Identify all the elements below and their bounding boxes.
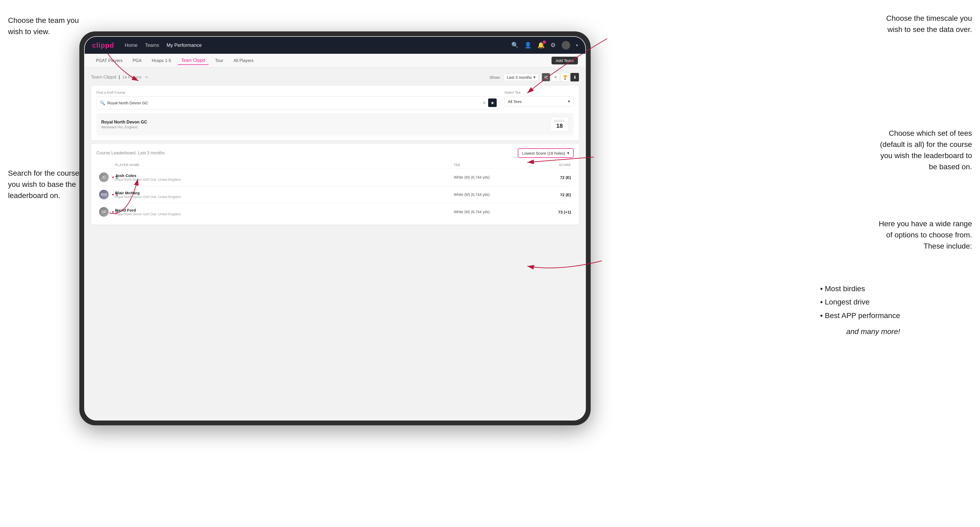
grid-view-button[interactable]: ⊞	[542, 73, 550, 81]
avatar-chevron: ▾	[576, 43, 578, 48]
table-row: DF ♥ 3 David Ford Royal North Devon Golf…	[96, 203, 574, 221]
show-label: Show:	[490, 75, 501, 79]
player-club: Royal North Devon Golf Club, United King…	[115, 178, 181, 181]
find-course-label: Find a Golf Course	[96, 90, 500, 94]
main-content: Team Clippd | 14 Players ✏ Show: Last 3 …	[85, 68, 585, 420]
notification-badge	[543, 40, 546, 44]
star-button[interactable]: ★	[488, 98, 497, 107]
rank-col-header	[99, 163, 115, 167]
search-row: Find a Golf Course 🔍 ✕ ★ Select Tee	[96, 90, 574, 110]
sub-nav-pgat[interactable]: PGAT Players	[92, 57, 126, 65]
annotation-tees: Choose which set of tees (default is all…	[880, 128, 972, 173]
player-col-header: PLAYER NAME	[115, 163, 454, 167]
settings-icon[interactable]: ⚙	[550, 42, 556, 49]
player-club: Royal North Devon Golf Club, United King…	[115, 195, 181, 199]
course-result: Royal North Devon GC Westward Ho!, Engla…	[96, 113, 574, 135]
team-controls: Show: Last 3 months ▾ ⊞ ≡ 🏆 ⬇	[490, 73, 579, 81]
list-item: Best APP performance	[820, 309, 900, 322]
select-tee-col: Select Tee All Tees ▾	[504, 90, 574, 107]
rank-cell: JC ♥ 1	[99, 173, 115, 182]
add-team-button[interactable]: Add Team	[552, 57, 578, 64]
view-icons-group: ⊞ ≡ 🏆 ⬇	[542, 73, 579, 81]
annotation-options: Here you have a wide range of options to…	[879, 218, 972, 252]
player-club: Royal North Devon Golf Club, United King…	[115, 213, 181, 216]
annotation-and-more: and many more!	[846, 327, 900, 336]
search-panel: Find a Golf Course 🔍 ✕ ★ Select Tee	[91, 86, 579, 140]
nav-bar: clippd Home Teams My Performance 🔍 👤 🔔 ⚙…	[85, 37, 585, 54]
search-icon[interactable]: 🔍	[511, 42, 519, 49]
avatar: DF	[99, 207, 109, 217]
course-search-input[interactable]	[107, 101, 480, 105]
score-type-dropdown[interactable]: Lowest Score (18 holes) ▾	[518, 148, 574, 158]
table-row: JC ♥ 1 Josh Coles Royal North Devon Golf…	[96, 169, 574, 186]
nav-icons: 🔍 👤 🔔 ⚙ ▾	[511, 41, 578, 49]
nav-my-performance[interactable]: My Performance	[167, 43, 202, 48]
team-title-group: Team Clippd | 14 Players ✏	[91, 75, 148, 80]
nav-home[interactable]: Home	[125, 43, 138, 48]
leaderboard-table-header: PLAYER NAME TEE SCORE	[96, 162, 574, 169]
avatar[interactable]	[562, 41, 570, 49]
avatar: BM	[99, 190, 109, 199]
holes-number: 18	[554, 122, 565, 129]
sub-nav-all-players[interactable]: All Players	[230, 57, 258, 65]
ipad-inner: clippd Home Teams My Performance 🔍 👤 🔔 ⚙…	[84, 36, 586, 421]
annotation-choose-team: Choose the team you wish to view.	[8, 15, 79, 37]
heart-icon: ♥	[112, 192, 114, 197]
time-filter-dropdown[interactable]: Last 3 months ▾	[504, 73, 538, 81]
annotation-search-course: Search for the course you wish to base t…	[8, 168, 80, 201]
score-cell: 72 (E)	[528, 192, 571, 197]
course-name: Royal North Devon GC	[101, 120, 147, 125]
trophy-view-button[interactable]: 🏆	[561, 73, 570, 81]
leaderboard-title: Course Leaderboard, Last 3 months	[96, 151, 165, 156]
avatar: JC	[99, 173, 109, 182]
edit-icon[interactable]: ✏	[145, 75, 148, 79]
team-name: Team Clippd | 14 Players ✏	[91, 75, 148, 79]
tee-col-header: TEE	[454, 163, 528, 167]
app-logo: clippd	[92, 41, 114, 49]
nav-teams[interactable]: Teams	[145, 43, 159, 48]
player-name: Blair McHarg	[115, 190, 181, 195]
notifications-icon[interactable]: 🔔	[538, 42, 545, 49]
player-info-cell: David Ford Royal North Devon Golf Club, …	[115, 208, 454, 216]
table-row: BM ♥ 1 Blair McHarg Royal North Devon Go…	[96, 186, 574, 203]
annotation-bullets: Most birdies Longest drive Best APP perf…	[820, 282, 900, 322]
tee-cell: White (M) (6,744 yds)	[454, 175, 528, 179]
download-button[interactable]: ⬇	[570, 73, 579, 81]
score-cell: 72 (E)	[528, 175, 571, 179]
player-name: Josh Coles	[115, 173, 181, 178]
chevron-down-icon: ▾	[568, 99, 570, 104]
ipad-device: clippd Home Teams My Performance 🔍 👤 🔔 ⚙…	[80, 32, 591, 425]
tee-cell: White (M) (6,744 yds)	[454, 192, 528, 197]
sub-nav: PGAT Players PGA Hcaps 1-5 Team Clippd T…	[85, 54, 585, 68]
sub-nav-pga[interactable]: PGA	[129, 57, 145, 65]
select-tee-label: Select Tee	[504, 90, 574, 94]
score-cell: 73 (+1)	[528, 210, 571, 214]
list-item: Longest drive	[820, 295, 900, 309]
ipad-screen: clippd Home Teams My Performance 🔍 👤 🔔 ⚙…	[85, 37, 585, 420]
find-course-col: Find a Golf Course 🔍 ✕ ★	[96, 90, 500, 110]
clear-search-icon[interactable]: ✕	[482, 100, 486, 105]
course-location: Westward Ho!, England	[101, 125, 147, 129]
holes-label: Holes	[554, 119, 565, 122]
list-item: Most birdies	[820, 282, 900, 295]
chevron-down-icon: ▾	[567, 151, 570, 156]
sub-nav-tour[interactable]: Tour	[212, 57, 227, 65]
sub-nav-team-clippd[interactable]: Team Clippd	[178, 56, 209, 65]
list-view-button[interactable]: ≡	[551, 73, 560, 81]
annotation-timescale: Choose the timescale you wish to see the…	[886, 13, 972, 35]
holes-badge: Holes 18	[550, 117, 569, 132]
team-header-row: Team Clippd | 14 Players ✏ Show: Last 3 …	[91, 73, 579, 81]
player-name: David Ford	[115, 208, 181, 213]
course-info: Royal North Devon GC Westward Ho!, Engla…	[101, 120, 147, 129]
player-info-cell: Josh Coles Royal North Devon Golf Club, …	[115, 173, 454, 181]
tee-selector-dropdown[interactable]: All Tees ▾	[504, 96, 574, 107]
options-list: Most birdies Longest drive Best APP perf…	[820, 282, 900, 322]
leaderboard-header: Course Leaderboard, Last 3 months Lowest…	[96, 148, 574, 158]
sub-nav-hcaps[interactable]: Hcaps 1-5	[148, 57, 175, 65]
search-icon: 🔍	[100, 100, 105, 105]
heart-icon: ♥	[112, 210, 114, 214]
score-col-header: SCORE	[528, 163, 571, 167]
nav-links: Home Teams My Performance	[125, 43, 511, 48]
tee-cell: White (M) (6,744 yds)	[454, 210, 528, 214]
profile-icon[interactable]: 👤	[524, 42, 531, 49]
